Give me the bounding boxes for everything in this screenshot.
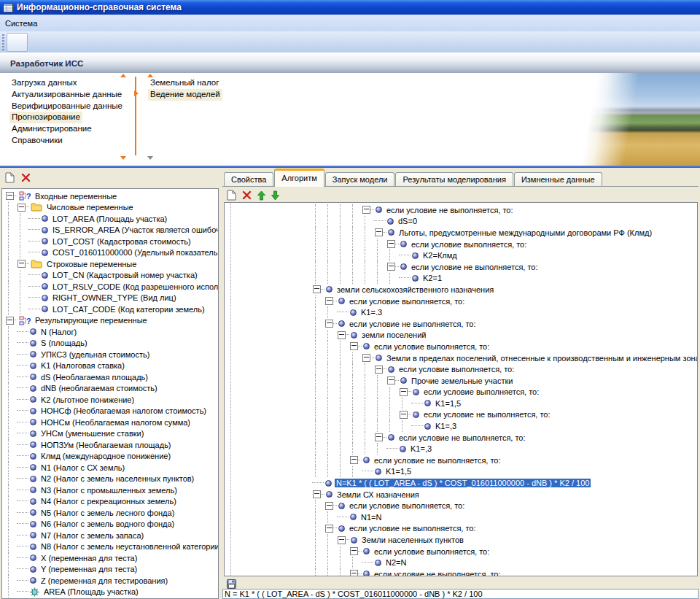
tab-active[interactable]: Алгоритм	[274, 169, 324, 187]
algorithm-tree-node[interactable]: если условие не выполняется, то:	[312, 261, 697, 273]
algorithm-tree-node[interactable]: если условие выполняется, то:	[312, 239, 697, 250]
algorithm-tree-node[interactable]: если условие не выполняется, то:	[312, 432, 697, 444]
expand-collapse-box[interactable]	[400, 388, 408, 396]
expand-collapse-box[interactable]	[375, 366, 383, 374]
expand-collapse-box[interactable]	[325, 320, 333, 328]
algorithm-tree-node[interactable]: K1=.3	[312, 306, 697, 318]
expand-collapse-box[interactable]	[325, 525, 333, 533]
variable-tree-node[interactable]: COST_016011000000 (Удельный показатель с…	[5, 247, 218, 259]
nav-item[interactable]: Администрирование	[9, 123, 94, 135]
menu-system[interactable]: Система	[0, 18, 42, 29]
nav-item[interactable]: Ведение моделей	[148, 89, 222, 101]
algorithm-tree-node[interactable]: если условие выполняется, то:	[312, 363, 697, 375]
nav-item[interactable]: Актуализированные данные	[9, 89, 124, 101]
algorithm-tree-node[interactable]: если условие не выполняется, то:	[312, 318, 697, 330]
variable-tree-node[interactable]: N1 (Налог с СХ земль)	[5, 462, 218, 474]
variable-tree-node[interactable]: Числовые переменные	[5, 202, 218, 214]
expand-collapse-box[interactable]	[313, 285, 321, 293]
variable-tree-node[interactable]: LOT_AREA (Площадь участка)	[5, 213, 218, 225]
expand-collapse-box[interactable]	[350, 547, 358, 555]
expand-collapse-box[interactable]	[375, 433, 383, 441]
delete-icon[interactable]	[242, 190, 252, 200]
algorithm-tree-node[interactable]: если условие выполняется, то:	[312, 387, 697, 398]
algorithm-tree-node[interactable]: N2=N	[312, 557, 697, 568]
algorithm-tree-node[interactable]: K1=,3	[312, 420, 697, 432]
nav-item[interactable]: Справочники	[9, 135, 65, 147]
algorithm-tree-node[interactable]: если условие выполняется, то:	[312, 546, 697, 557]
algorithm-tree-node[interactable]: K2=Клмд	[312, 250, 697, 261]
variable-tree-node[interactable]: Клмд (международное понижение)	[5, 451, 218, 463]
tab-item[interactable]: Результаты моделирования	[395, 172, 513, 187]
algorithm-tree-node[interactable]: земли сельскохозяйственного назначения	[312, 284, 697, 295]
algorithm-tree-node[interactable]: если условие выполняется, то:	[312, 500, 697, 511]
variable-tree-node[interactable]: K1 (Налоговая ставка)	[5, 360, 218, 372]
expand-collapse-box[interactable]	[6, 192, 14, 200]
algorithm-tree-node[interactable]: Земли в пределах поселений, отнесенные к…	[312, 352, 697, 364]
expand-collapse-box[interactable]	[313, 490, 321, 498]
toolbar-grip[interactable]	[2, 34, 4, 50]
variable-tree-node[interactable]: НОНСф (Необлагаемая налогом стоимость)	[5, 406, 218, 417]
new-item-icon[interactable]	[5, 172, 15, 183]
algorithm-tree-node[interactable]: K1=1,5	[312, 466, 697, 478]
scroll-up-icon[interactable]	[147, 74, 153, 77]
variable-tree-node[interactable]: ?Результирующие переменные	[5, 315, 218, 327]
tab-item[interactable]: Запуск модели	[325, 172, 395, 187]
expand-collapse-box[interactable]	[18, 260, 26, 268]
expand-collapse-box[interactable]	[362, 206, 370, 214]
expand-collapse-box[interactable]	[375, 228, 383, 236]
expand-collapse-box[interactable]	[338, 331, 346, 339]
variable-tree-node[interactable]: N8 (Налог с земель неустановленной катег…	[5, 541, 218, 553]
expand-collapse-box[interactable]	[387, 376, 395, 384]
variable-tree-node[interactable]: RIGHT_OWNER_TYPE (Вид лиц)	[5, 293, 218, 304]
variable-tree-node[interactable]: dNB (необлагаемая стоимость)	[5, 383, 218, 395]
nav-item[interactable]: Загрузка данных	[9, 77, 79, 89]
variable-tree-node[interactable]: N3 (Налог с промышленных земель)	[5, 484, 218, 496]
save-icon[interactable]	[227, 579, 236, 589]
expand-collapse-box[interactable]	[387, 240, 395, 248]
formula-field[interactable]: N = K1 * ( ( LOT_AREA - dS ) * COST_0160…	[222, 589, 699, 599]
variable-tree-node[interactable]: НОПЗУм (Необлагаемая площадь)	[5, 439, 218, 451]
nav-item[interactable]: Верифицированные данные	[9, 101, 125, 112]
variable-tree-node[interactable]: K2 (льготное понижение)	[5, 394, 218, 406]
algorithm-tree-node[interactable]: если условие не выполняется, то:	[312, 455, 697, 466]
variable-tree-node[interactable]: LOT_COST (Кадастровая стоимость)	[5, 236, 218, 247]
algorithm-tree-node[interactable]: если условие не выполняется, то:	[312, 409, 697, 421]
algorithm-tree-node[interactable]: Прочие земельные участки	[312, 375, 697, 387]
nav-item[interactable]: Прогнозирование	[9, 112, 82, 123]
variable-tree-node[interactable]: LOT_RSLV_CODE (Код разрешенного использо…	[5, 281, 218, 293]
variable-tree-node[interactable]: X (переменная для теста)	[5, 552, 218, 564]
algorithm-tree-node[interactable]: K1=,3	[312, 443, 697, 455]
algorithm-tree-node[interactable]: если условие не выполняется, то:	[312, 568, 697, 576]
expand-collapse-box[interactable]	[18, 204, 26, 212]
scroll-down-icon[interactable]	[147, 156, 153, 160]
algorithm-tree-node[interactable]: Земли населенных пунктов	[312, 534, 697, 546]
variable-tree-node[interactable]: УНСм (уменьшение ставки)	[5, 428, 218, 440]
algorithm-tree-node[interactable]: dS=0	[312, 216, 697, 228]
expand-collapse-box[interactable]	[362, 354, 370, 362]
scroll-up-icon[interactable]	[120, 74, 126, 77]
tab-item[interactable]: Свойства	[224, 172, 273, 187]
variable-tree-node[interactable]: N5 (Налог с земель лесного фонда)	[5, 507, 218, 519]
move-down-icon[interactable]	[271, 190, 279, 201]
variable-tree-node[interactable]: N (Налог)	[5, 326, 218, 338]
variable-tree-node[interactable]: УПКСЗ (удельная стоимость)	[5, 349, 218, 360]
algorithm-tree-node[interactable]: если условие не выполняется, то:	[312, 204, 697, 216]
scroll-down-icon[interactable]	[120, 156, 126, 160]
algorithm-tree-node[interactable]: K1=1,5	[312, 398, 697, 409]
expand-collapse-box[interactable]	[350, 342, 358, 350]
algorithm-tree-node[interactable]: земли поселений	[312, 330, 697, 341]
algorithm-tree-node[interactable]: если условие выполняется, то:	[312, 341, 697, 352]
algorithm-tree-node[interactable]: если условие не выполняется, то:	[312, 523, 697, 535]
variable-tree-node[interactable]: LOT_CAT_CODE (Код категории земель)	[5, 304, 218, 315]
toolbar-button[interactable]	[7, 33, 28, 52]
move-up-icon[interactable]	[257, 190, 265, 201]
expand-collapse-box[interactable]	[400, 411, 408, 419]
variable-tree-node[interactable]: Z (переменная для тестирования)	[5, 575, 218, 587]
delete-icon[interactable]	[21, 173, 31, 182]
expand-collapse-box[interactable]	[325, 297, 333, 305]
algorithm-tree-node[interactable]: N1=N	[312, 511, 697, 523]
new-item-icon[interactable]	[227, 190, 236, 201]
expand-collapse-box[interactable]	[6, 317, 14, 325]
variable-tree-node[interactable]: dS (Необлагаемая площадь)	[5, 371, 218, 383]
variable-tree-node[interactable]: AREA (Площадь участка)	[5, 587, 218, 598]
